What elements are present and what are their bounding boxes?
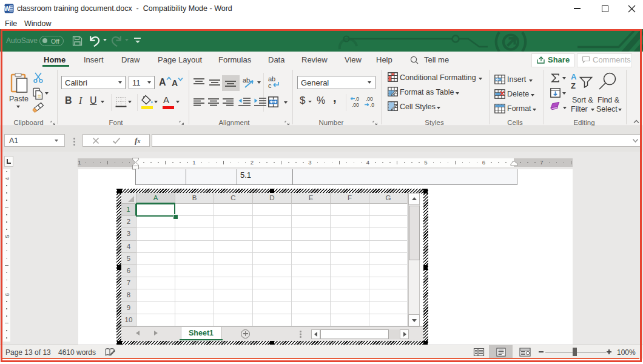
svg-text:W: W <box>4 5 10 12</box>
